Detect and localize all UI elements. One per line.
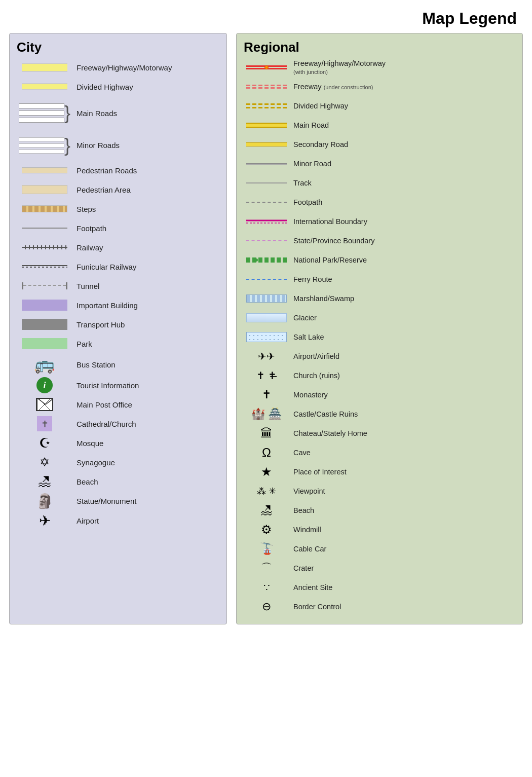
- tunnel-label: Tunnel: [72, 282, 99, 290]
- list-item: 🗿 Statue/Monument: [17, 493, 219, 509]
- reg-freeway-junction-label: Freeway/Highway/Motorway (with junction): [289, 59, 386, 76]
- reg-freeway-junction-symbol: [244, 64, 289, 70]
- list-item: ✈ Airport: [17, 512, 219, 529]
- reg-airport-label: Airport/Airfield: [289, 352, 339, 360]
- reg-glacier-symbol: [244, 313, 289, 322]
- pedestrian-area-label: Pedestrian Area: [72, 186, 131, 194]
- reg-ferry-label: Ferry Route: [289, 275, 332, 283]
- list-item: Footpath: [17, 220, 219, 236]
- reg-int-boundary-symbol: [244, 219, 289, 224]
- statue-icon: 🗿: [36, 493, 54, 509]
- reg-ancient-site-label: Ancient Site: [289, 583, 332, 591]
- freeway-label: Freeway/Highway/Motorway: [72, 63, 172, 72]
- cave-icon: Ω: [262, 446, 271, 460]
- list-item: ✝ ✝̶ Church (ruins): [244, 367, 515, 384]
- brace-minor-icon: }: [64, 136, 70, 155]
- reg-freeway-dashed-line: [246, 84, 287, 90]
- list-item: ✡ Synagogue: [17, 454, 219, 470]
- monastery-icon: ✝: [262, 388, 271, 401]
- list-item: Railway: [17, 239, 219, 255]
- list-item: i Tourist Information: [17, 377, 219, 393]
- reg-viewpoint-label: Viewpoint: [289, 487, 325, 495]
- reg-chateau-symbol: 🏛: [244, 426, 289, 440]
- list-item: Funicular Railway: [17, 258, 219, 275]
- beach-icon: 🏖: [260, 503, 273, 517]
- reg-state-boundary-label: State/Province Boundary: [289, 237, 374, 245]
- list-item: } Minor Roads: [17, 131, 219, 159]
- beach-city-label: Beach: [72, 477, 98, 486]
- reg-freeway-junction-line: [246, 64, 287, 70]
- list-item: Ω Cave: [244, 445, 515, 461]
- brace-icon: }: [64, 104, 70, 122]
- tourist-info-label: Tourist Information: [72, 381, 139, 390]
- list-item: ✈✈ Airport/Airfield: [244, 348, 515, 364]
- divided-highway-label: Divided Highway: [72, 83, 133, 91]
- reg-ferry-line: [246, 279, 287, 280]
- pedestrian-roads-symbol: [17, 167, 72, 173]
- reg-monastery-symbol: ✝: [244, 388, 289, 401]
- tourist-info-symbol: i: [17, 377, 72, 393]
- star-of-david-icon: ✡: [40, 455, 50, 469]
- church-cross-icon: ✝ ✝̶: [256, 369, 277, 382]
- svg-rect-0: [37, 398, 52, 411]
- list-item: 🚡 Cable Car: [244, 541, 515, 557]
- svg-line-1: [37, 398, 46, 404]
- main-roads-label: Main Roads: [72, 109, 117, 118]
- reg-secondary-road-label: Secondary Road: [289, 140, 348, 149]
- junction-dot: [264, 65, 269, 69]
- page-title: Map Legend: [0, 0, 532, 33]
- minor-roads-wrapper: }: [19, 136, 70, 155]
- reg-beach-label: Beach: [289, 506, 314, 514]
- church-icon: ✝: [37, 416, 52, 431]
- list-item: ☪ Mosque: [17, 435, 219, 451]
- list-item: 🚌 Bus Station: [17, 355, 219, 374]
- reg-footpath-label: Footpath: [289, 198, 322, 206]
- airplane-icon: ✈✈: [258, 350, 275, 362]
- list-item: Freeway/Highway/Motorway: [17, 59, 219, 76]
- reg-poi-symbol: ★: [244, 465, 289, 479]
- list-item: Ferry Route: [244, 271, 515, 287]
- list-item: ✝ Monastery: [244, 387, 515, 403]
- park-symbol: [17, 338, 72, 349]
- railway-symbol: [17, 245, 72, 249]
- steps-label: Steps: [72, 205, 96, 213]
- reg-freeway-construction-label: Freeway (under construction): [289, 83, 373, 91]
- crescent-icon: ☪: [39, 435, 51, 451]
- city-panel: City Freeway/Highway/Motorway Divided Hi…: [9, 33, 227, 624]
- reg-state-boundary-symbol: [244, 240, 289, 241]
- reg-footpath-line: [246, 202, 287, 203]
- envelope-svg: [37, 398, 52, 411]
- footpath-line: [22, 228, 67, 229]
- list-item: ⁂ ✳ Viewpoint: [244, 483, 515, 499]
- reg-national-park-label: National Park/Reserve: [289, 256, 367, 264]
- reg-ancient-site-symbol: ∵: [244, 581, 289, 594]
- list-item: Freeway/Highway/Motorway (with junction): [244, 59, 515, 76]
- footpath-label: Footpath: [72, 224, 106, 233]
- reg-salt-lake-symbol: [244, 332, 289, 342]
- viewpoint-icon: ⁂ ✳: [257, 486, 276, 497]
- bus-station-symbol: 🚌: [17, 355, 72, 374]
- beach-city-icon: 🏖: [38, 474, 51, 490]
- transport-hub-label: Transport Hub: [72, 320, 125, 329]
- reg-secondary-road-line: [246, 142, 287, 146]
- road-line-light-1: [19, 137, 64, 141]
- list-item: Main Post Office: [17, 396, 219, 413]
- list-item: ✝ Cathedral/Church: [17, 416, 219, 432]
- reg-cave-symbol: Ω: [244, 446, 289, 460]
- railway-label: Railway: [72, 243, 103, 252]
- reg-divided-highway-symbol: [244, 103, 289, 109]
- reg-cable-car-symbol: 🚡: [244, 542, 289, 556]
- ancient-site-icon: ∵: [263, 581, 270, 594]
- list-item: Footpath: [244, 194, 515, 210]
- reg-church-label: Church (ruins): [289, 372, 340, 380]
- list-item: ⚙ Windmill: [244, 522, 515, 538]
- tunnel-line: [22, 282, 67, 290]
- reg-divided-highway-line: [246, 103, 287, 109]
- reg-main-road-line: [246, 123, 287, 128]
- list-item: Tunnel: [17, 278, 219, 294]
- important-building-symbol: [17, 300, 72, 311]
- airport-city-icon: ✈: [39, 512, 51, 529]
- castle-icon: 🏰 🏯: [251, 408, 282, 421]
- divided-highway-symbol: [17, 83, 72, 90]
- reg-national-park-symbol: [244, 257, 289, 263]
